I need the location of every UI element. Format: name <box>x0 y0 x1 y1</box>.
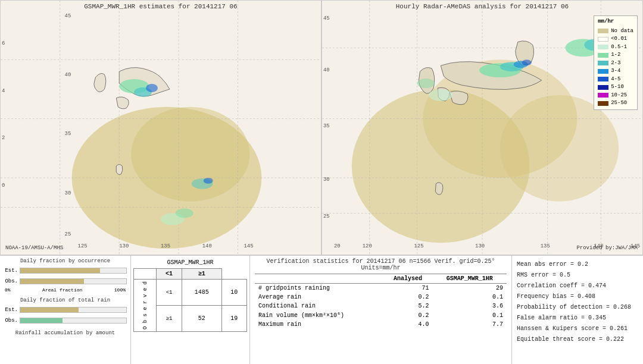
stats-title: Verification statistics for 20141217 06 … <box>255 258 507 271</box>
accumulation-title: Rainfall accumulation by amount <box>4 330 127 336</box>
est-rain-label: Est. <box>4 307 18 313</box>
stat-gridpoints-v1: 71 <box>383 284 433 293</box>
svg-text:30: 30 <box>323 177 330 183</box>
est-rain-fill <box>20 307 79 312</box>
svg-text:30: 30 <box>65 190 71 196</box>
axis-occurrence: 0% Areal fraction 100% <box>4 287 127 293</box>
obs-label: Obs. <box>4 278 18 284</box>
obs-vertical-label: O b s e r v e d <box>134 280 157 332</box>
contingency-1485: 1485 <box>182 280 221 306</box>
right-map-bottom-label: Provided by:JWA/JMA <box>576 245 638 251</box>
stat-volume-label: Rain volume (mm×km²×10⁶) <box>255 310 383 320</box>
contingency-empty-cell <box>134 269 157 280</box>
legend-001: <0.01 <box>611 35 627 43</box>
contingency-title: GSMAP_MWR_1HR <box>133 259 247 266</box>
stat-avgrain-v2: 0.1 <box>433 293 507 302</box>
svg-text:125: 125 <box>78 243 88 249</box>
bottom-left-charts: Daily fraction by occurrence Est. Obs. 0… <box>0 256 131 364</box>
legend-4-5: 4-5 <box>611 76 620 84</box>
stat-maxrain-v2: 7.7 <box>433 320 507 329</box>
svg-point-24 <box>204 178 213 184</box>
stat-prob-detection: Probability of detection = 0.268 <box>517 302 638 313</box>
svg-text:45: 45 <box>65 13 71 19</box>
svg-text:135: 135 <box>161 243 170 249</box>
axis-100-label: 100% <box>114 287 126 293</box>
legend-2-3: 2-3 <box>611 59 620 68</box>
error-stats-section: Mean abs error = 0.2 RMS error = 0.5 Cor… <box>512 256 643 364</box>
stat-false-alarm-ratio: False alarm ratio = 0.345 <box>517 313 638 324</box>
contingency-19: 19 <box>221 306 246 332</box>
stats-header-analysed: Analysed <box>383 274 433 284</box>
svg-text:20: 20 <box>334 243 341 249</box>
right-map-title: Hourly Radar-AMeDAS analysis for 2014121… <box>322 3 642 10</box>
main-container: GSMAP_MWR_1HR estimates for 20141217 06 … <box>0 0 643 364</box>
axis-mid-label: Areal fraction <box>42 287 82 293</box>
svg-text:35: 35 <box>65 131 71 137</box>
contingency-row1-label: <1 <box>157 280 182 306</box>
legend-3-4: 3-4 <box>611 67 620 76</box>
verification-stats-section: Verification statistics for 20141217 06 … <box>250 256 512 364</box>
table-row: Maximum rain 4.0 7.7 <box>255 320 507 329</box>
obs-occurrence-fill <box>20 279 84 284</box>
contingency-header-lt1: <1 <box>157 269 182 280</box>
est-rain-track <box>20 307 127 313</box>
svg-text:40: 40 <box>65 72 71 78</box>
right-map-panel: Hourly Radar-AMeDAS analysis for 2014121… <box>322 0 643 255</box>
obs-occurrence-row: Obs. <box>4 277 127 286</box>
est-occurrence-fill <box>20 268 100 273</box>
left-map-bottom-label: NOAA-19/AMSU-A/MHS <box>5 245 63 251</box>
legend: mm/hr No data <0.01 0.5-1 1-2 2-3 3-4 4-… <box>594 15 638 110</box>
svg-text:140: 140 <box>202 243 212 249</box>
svg-text:6: 6 <box>2 40 5 46</box>
bottom-row: Daily fraction by occurrence Est. Obs. 0… <box>0 256 643 364</box>
svg-text:25: 25 <box>65 231 71 237</box>
stat-freq-bias: Frequency bias = 0.408 <box>517 291 638 302</box>
contingency-10: 10 <box>221 280 246 306</box>
stat-avgrain-label: Average rain <box>255 293 383 302</box>
svg-point-61 <box>417 79 435 88</box>
obs-rain-row: Obs. <box>4 316 127 325</box>
contingency-section: GSMAP_MWR_1HR <1 ≥1 O b s e r v e d <1 1… <box>131 256 250 364</box>
stat-corr-coeff: Correlation coeff = 0.474 <box>517 281 638 291</box>
left-map-svg: 45 40 35 30 25 125 130 135 140 145 6 4 2… <box>1 1 321 255</box>
svg-text:120: 120 <box>363 243 372 249</box>
svg-text:25: 25 <box>323 214 330 219</box>
stat-condrain-label: Conditional rain <box>255 302 383 310</box>
left-map-title: GSMAP_MWR_1HR estimates for 20141217 06 <box>1 3 321 10</box>
svg-point-9 <box>131 107 249 202</box>
legend-no-data: No data <box>611 27 633 36</box>
stats-header-metric <box>255 274 383 284</box>
stat-avgrain-v1: 0.2 <box>383 293 433 302</box>
contingency-table: <1 ≥1 O b s e r v e d <1 1485 10 ≥1 52 1… <box>133 268 247 332</box>
est-occurrence-row: Est. <box>4 266 127 275</box>
svg-text:125: 125 <box>414 243 423 249</box>
svg-text:130: 130 <box>475 243 485 249</box>
est-label: Est. <box>4 268 18 274</box>
contingency-row2-label: ≥1 <box>157 306 182 332</box>
legend-10-25: 10-25 <box>611 92 627 100</box>
stat-gridpoints-label: # gridpoints raining <box>255 284 383 293</box>
total-rain-title: Daily fraction of total rain <box>4 297 127 303</box>
stat-hanssen-kuipers: Hanssen & Kuipers score = 0.261 <box>517 324 638 334</box>
est-occurrence-track <box>20 268 127 274</box>
occurrence-title: Daily fraction by occurrence <box>4 258 127 264</box>
maps-row: GSMAP_MWR_1HR estimates for 20141217 06 … <box>0 0 643 256</box>
contingency-header-gte1: ≥1 <box>182 269 221 280</box>
stat-condrain-v1: 5.2 <box>383 302 433 310</box>
stats-table: Analysed GSMAP_MWR_1HR # gridpoints rain… <box>255 274 507 329</box>
axis-0-label: 0% <box>5 287 11 293</box>
svg-text:130: 130 <box>119 243 129 249</box>
svg-text:40: 40 <box>323 67 330 73</box>
table-row: Rain volume (mm×km²×10⁶) 0.2 0.1 <box>255 310 507 320</box>
svg-text:2: 2 <box>2 135 5 141</box>
stat-rms-error: RMS error = 0.5 <box>517 270 638 281</box>
stat-maxrain-label: Maximum rain <box>255 320 383 329</box>
svg-text:135: 135 <box>541 243 550 249</box>
left-map-panel: GSMAP_MWR_1HR estimates for 20141217 06 … <box>0 0 322 255</box>
table-row: Conditional rain 5.2 3.6 <box>255 302 507 310</box>
svg-text:45: 45 <box>323 15 330 21</box>
svg-point-22 <box>176 209 193 218</box>
stat-mean-abs-error: Mean abs error = 0.2 <box>517 259 638 270</box>
est-rain-row: Est. <box>4 305 127 315</box>
obs-rain-track <box>20 318 127 324</box>
